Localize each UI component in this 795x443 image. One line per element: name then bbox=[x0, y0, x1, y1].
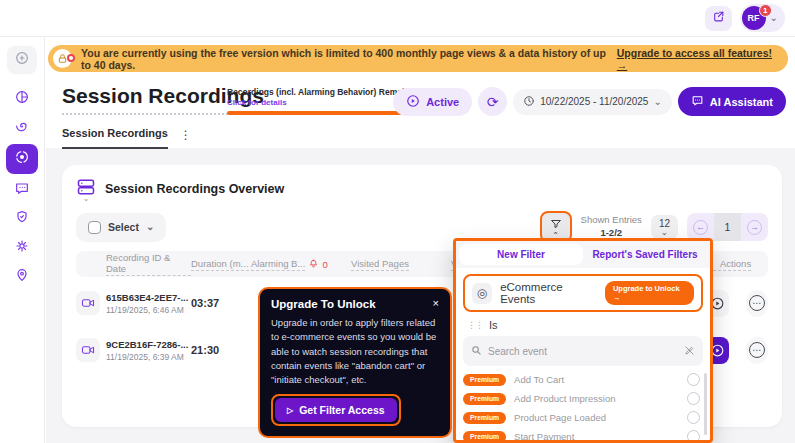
avatar: RF 1 bbox=[742, 6, 766, 30]
arrow-left-icon: ← bbox=[693, 220, 708, 235]
event-option[interactable]: Premium Product Page Loaded bbox=[463, 408, 700, 427]
overview-title: Session Recordings Overview bbox=[105, 182, 284, 196]
recording-duration: 21:30 bbox=[191, 344, 251, 356]
tab-row: Session Recordings ⋮ bbox=[62, 127, 192, 149]
pagination: ← 1 → bbox=[687, 213, 768, 241]
select-label: Select bbox=[108, 221, 139, 233]
event-search bbox=[463, 336, 703, 366]
free-version-banner: You are currently using the free version… bbox=[48, 45, 788, 72]
database-icon[interactable]: ⌄ bbox=[76, 177, 96, 201]
clear-search-icon[interactable] bbox=[684, 342, 695, 360]
tab-session-recordings[interactable]: Session Recordings bbox=[62, 127, 168, 149]
select-button[interactable]: Select ⌄ bbox=[76, 213, 166, 242]
video-camera-icon bbox=[76, 291, 100, 315]
account-menu[interactable]: RF 1 ⌄ bbox=[740, 4, 785, 32]
recording-id: 615B63E4-2EE7-... bbox=[106, 292, 191, 303]
sidebar-item-analytics[interactable] bbox=[7, 86, 37, 112]
header-actions: Active ⟳ 10/22/2025 - 11/20/2025 ⌄ AI As… bbox=[393, 87, 786, 116]
share-button[interactable] bbox=[705, 6, 732, 31]
condition-value: Is bbox=[489, 319, 498, 331]
notification-badge: 1 bbox=[759, 4, 772, 17]
chat-bubble-icon bbox=[14, 180, 30, 200]
upgrade-tooltip: Upgrade To Unlock × Upgrade in order to … bbox=[258, 287, 452, 438]
recordings-remaining: Recordings (incl. Alarming Behavior) Rem… bbox=[227, 87, 417, 115]
filter-category-row[interactable]: ◎ eCommerce Events Upgrade to Unlock → bbox=[463, 274, 703, 312]
drag-handle-icon[interactable]: ⋮⋮ bbox=[467, 320, 483, 330]
event-option[interactable]: Premium Add Product Impression bbox=[463, 389, 700, 408]
sidebar-item-settings[interactable] bbox=[7, 235, 37, 261]
sidebar-item-journeys[interactable] bbox=[7, 264, 37, 290]
app-window: RF 1 ⌄ bbox=[0, 0, 795, 443]
date-range-value: 10/22/2025 - 11/20/2025 bbox=[540, 96, 648, 107]
event-list: Premium Add To Cart Premium Add Product … bbox=[456, 370, 710, 443]
banner-text: You are currently using the free version… bbox=[81, 47, 617, 71]
event-name: Product Page Loaded bbox=[514, 412, 606, 423]
sidebar-item-session-recordings[interactable] bbox=[6, 144, 38, 174]
column-duration[interactable]: Duration (m... bbox=[191, 258, 249, 271]
chevron-down-icon: ⌄ bbox=[770, 13, 778, 23]
alarming-count: 0 bbox=[322, 259, 327, 270]
condition-row[interactable]: ⋮⋮ Is bbox=[456, 318, 710, 334]
upgrade-to-unlock-badge[interactable]: Upgrade to Unlock → bbox=[605, 281, 694, 305]
radio-button[interactable] bbox=[687, 392, 700, 405]
get-filter-access-highlight: ▷ Get Filter Access bbox=[271, 394, 401, 426]
search-input[interactable] bbox=[488, 346, 678, 357]
active-label: Active bbox=[426, 96, 459, 108]
column-recording-id[interactable]: Recording ID & Date bbox=[106, 252, 191, 276]
get-filter-access-label: Get Filter Access bbox=[299, 404, 384, 416]
kebab-menu-icon[interactable]: ⋮ bbox=[180, 127, 192, 142]
premium-badge: Premium bbox=[463, 431, 506, 443]
radio-button[interactable] bbox=[687, 430, 700, 443]
event-option[interactable]: Premium Start Payment bbox=[463, 427, 700, 443]
video-camera-icon bbox=[76, 338, 100, 362]
premium-badge: Premium bbox=[463, 393, 506, 405]
date-range-picker[interactable]: 10/22/2025 - 11/20/2025 ⌄ bbox=[513, 89, 672, 115]
upgrade-link[interactable]: Upgrade to access all features! → bbox=[617, 47, 772, 71]
plus-circle-icon bbox=[14, 50, 30, 70]
click-for-details-link[interactable]: Click for details bbox=[227, 98, 417, 107]
active-status-button[interactable]: Active bbox=[393, 88, 472, 116]
event-name: Add Product Impression bbox=[514, 393, 615, 404]
radio-button[interactable] bbox=[687, 373, 700, 386]
chevron-down-icon: ⌄ bbox=[83, 197, 90, 201]
sidebar-item-security[interactable] bbox=[7, 206, 37, 232]
get-filter-access-button[interactable]: ▷ Get Filter Access bbox=[275, 398, 397, 422]
page-size-select[interactable]: 12 ⌄ bbox=[651, 215, 678, 240]
column-visited-pages[interactable]: Visited Pages bbox=[351, 258, 409, 271]
column-alarming-behavior[interactable]: Alarming B... bbox=[251, 258, 305, 271]
sidebar bbox=[0, 37, 45, 443]
sidebar-item-feedback[interactable] bbox=[7, 177, 37, 203]
search-icon bbox=[471, 342, 482, 360]
filter-popup: New Filter Report's Saved Filters ◎ eCom… bbox=[453, 238, 713, 443]
refresh-button[interactable]: ⟳ bbox=[478, 87, 507, 116]
radio-button[interactable] bbox=[687, 411, 700, 424]
next-page-button[interactable]: → bbox=[741, 220, 768, 235]
recording-date: 11/19/2025, 6:39 AM bbox=[106, 352, 191, 362]
play-circle-icon bbox=[406, 94, 420, 110]
row-menu-button[interactable]: ⋯ bbox=[746, 290, 769, 317]
current-page[interactable]: 1 bbox=[714, 213, 741, 241]
ai-assistant-button[interactable]: AI Assistant bbox=[678, 87, 786, 116]
shield-icon bbox=[14, 209, 30, 229]
filter-category-label: eCommerce Events bbox=[500, 281, 597, 305]
event-option[interactable]: Premium Add To Cart bbox=[463, 370, 700, 389]
pie-chart-icon bbox=[14, 89, 30, 109]
close-icon[interactable]: × bbox=[433, 298, 439, 309]
tab-new-filter[interactable]: New Filter bbox=[459, 244, 583, 265]
alert-dot-icon bbox=[67, 54, 75, 62]
prev-page-button[interactable]: ← bbox=[687, 220, 714, 235]
refresh-icon: ⟳ bbox=[487, 94, 499, 110]
select-all-checkbox[interactable] bbox=[88, 221, 101, 234]
location-pin-icon bbox=[14, 267, 30, 287]
sidebar-item-collapse[interactable] bbox=[7, 46, 37, 74]
gear-icon bbox=[14, 238, 30, 258]
recording-lens-icon bbox=[14, 149, 30, 169]
sidebar-item-heatmaps[interactable] bbox=[7, 115, 37, 141]
tab-saved-filters[interactable]: Report's Saved Filters bbox=[583, 244, 707, 265]
scrollbar[interactable] bbox=[704, 373, 707, 435]
recording-duration: 03:37 bbox=[191, 297, 251, 309]
row-menu-button[interactable]: ⋯ bbox=[746, 337, 769, 364]
event-name: Add To Cart bbox=[514, 374, 564, 385]
chevron-down-icon: ⌄ bbox=[146, 222, 154, 232]
chevron-down-icon: ⌄ bbox=[661, 229, 668, 237]
